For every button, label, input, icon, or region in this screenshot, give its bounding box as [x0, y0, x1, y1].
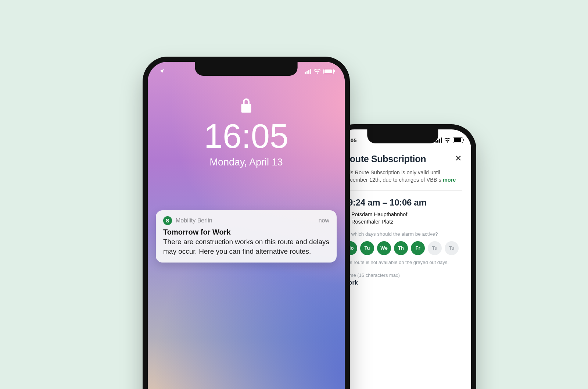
lock-time: 16:05 — [148, 119, 345, 153]
notice-text: This Route Subscription is only valid un… — [343, 169, 441, 183]
name-field-label: Name (16 characters max) — [343, 272, 462, 278]
stop-from: Potsdam Hauptbahnhof — [343, 211, 462, 217]
name-field-value[interactable]: Work — [343, 279, 462, 286]
stops: Potsdam Hauptbahnhof Rosenthaler Platz — [343, 211, 462, 225]
screen: 16:05 Monday, April 13 S Mobility Berlin… — [148, 62, 345, 389]
wifi-icon — [314, 69, 321, 74]
validity-notice: This Route Subscription is only valid un… — [343, 169, 462, 184]
location-arrow-icon — [159, 68, 165, 74]
time-range: 09:24 am – 10:06 am — [343, 197, 462, 208]
day-selector: MoTuWeThFrTuTu — [343, 241, 462, 255]
close-icon[interactable]: ✕ — [454, 154, 462, 163]
screen: 17:05 Route Subscription ✕ — [334, 129, 471, 389]
notification-header: S Mobility Berlin now — [163, 216, 329, 225]
notification-card[interactable]: S Mobility Berlin now Tomorrow for Work … — [156, 210, 337, 263]
day-toggle: Tu — [445, 241, 459, 255]
signal-icon — [305, 69, 311, 74]
route-subscription-panel: Route Subscription ✕ This Route Subscrip… — [334, 146, 471, 286]
stop-to: Rosenthaler Platz — [343, 219, 462, 225]
app-icon: S — [163, 216, 172, 225]
panel-title: Route Subscription — [343, 154, 426, 164]
signal-icon — [435, 138, 442, 143]
day-toggle: Tu — [428, 241, 442, 255]
lock-block: 16:05 Monday, April 13 — [148, 97, 345, 168]
day-toggle[interactable]: Fr — [411, 241, 425, 255]
notification-time: now — [319, 217, 329, 224]
battery-icon — [323, 69, 334, 74]
app-name: Mobility Berlin — [176, 217, 212, 224]
phone-route-subscription: 17:05 Route Subscription ✕ — [329, 124, 476, 389]
battery-icon — [453, 138, 463, 143]
notification-body: There are construction works on this rou… — [163, 237, 329, 256]
day-toggle[interactable]: We — [377, 241, 391, 255]
divider — [343, 190, 462, 191]
day-toggle[interactable]: Th — [394, 241, 408, 255]
stop-to-label: Rosenthaler Platz — [351, 219, 393, 225]
notification-title: Tomorrow for Work — [163, 228, 329, 236]
status-bar: 17:05 — [334, 129, 471, 146]
wifi-icon — [444, 138, 451, 143]
status-bar — [148, 66, 345, 74]
lock-icon — [148, 97, 345, 115]
more-link[interactable]: more — [443, 177, 456, 183]
stop-from-label: Potsdam Hauptbahnhof — [351, 211, 407, 217]
days-question: On which days should the alarm be active… — [343, 231, 462, 237]
lock-date: Monday, April 13 — [148, 157, 345, 168]
days-hint: This route is not available on the greye… — [343, 260, 462, 265]
phone-lock-screen: 16:05 Monday, April 13 S Mobility Berlin… — [143, 57, 350, 389]
day-toggle[interactable]: Tu — [360, 241, 374, 255]
